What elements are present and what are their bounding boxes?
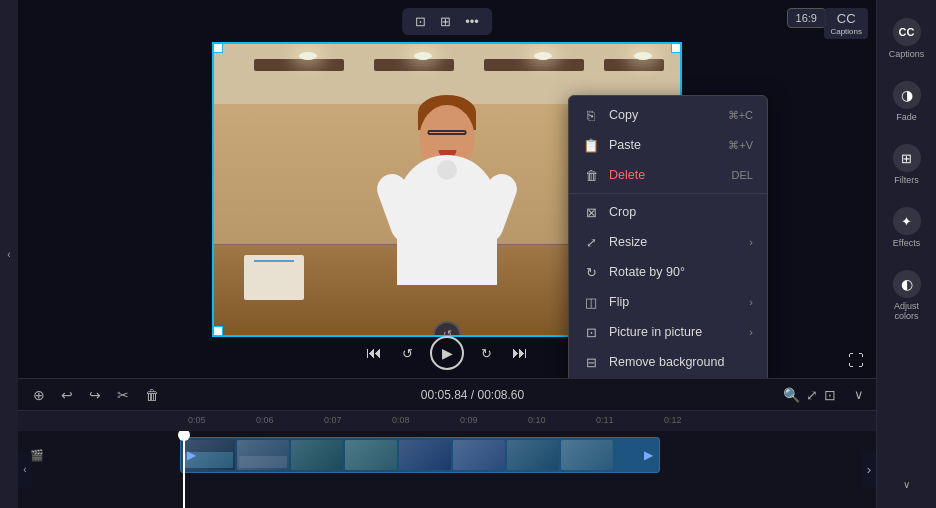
menu-item-paste[interactable]: 📋 Paste ⌘+V xyxy=(569,130,767,160)
flip-arrow: › xyxy=(749,296,753,308)
clip-end-marker: ▶ xyxy=(644,448,653,462)
light-4 xyxy=(634,52,652,60)
timeline-tracks: ‹ › 🎬 xyxy=(18,431,876,508)
crop-icon: ⊠ xyxy=(583,204,599,220)
beam-2 xyxy=(374,59,454,71)
clip-thumb-4 xyxy=(345,440,397,470)
paste-shortcut: ⌘+V xyxy=(728,139,753,152)
clip-thumb-5 xyxy=(399,440,451,470)
delete-icon: 🗑 xyxy=(583,167,599,183)
menu-item-pip[interactable]: ⊡ Picture in picture › xyxy=(569,317,767,347)
right-panel: CC Captions ◑ Fade ⊞ Filters ✦ Effects ◐ xyxy=(876,0,936,508)
playback-controls: ⏮ ↺ ▶ ↻ ⏭ xyxy=(363,336,531,370)
fade-panel-label: Fade xyxy=(896,112,917,122)
panel-item-captions[interactable]: CC Captions xyxy=(881,10,933,67)
beam-4 xyxy=(604,59,664,71)
paste-label: Paste xyxy=(609,138,718,152)
timeline-right-arrow[interactable]: › xyxy=(862,452,876,488)
pen xyxy=(254,260,294,262)
ruler-mark-0:07: 0:07 xyxy=(324,415,342,425)
menu-item-delete[interactable]: 🗑 Delete DEL xyxy=(569,160,767,190)
fit-to-frame-button[interactable]: ⊡ xyxy=(410,12,431,31)
adjust-panel-label: Adjust colors xyxy=(885,301,929,321)
step-forward-button[interactable]: ↻ xyxy=(478,343,495,364)
adjust-panel-icon: ◐ xyxy=(893,270,921,298)
video-preview-area: ⊡ ⊞ ••• 16:9 CC Captions xyxy=(18,0,876,378)
beam-3 xyxy=(484,59,584,71)
more-options-button[interactable]: ••• xyxy=(460,12,484,31)
menu-item-resize[interactable]: ⤢ Resize › xyxy=(569,227,767,257)
copy-icon: ⎘ xyxy=(583,107,599,123)
handle-top-left[interactable] xyxy=(213,43,223,53)
captions-button[interactable]: CC Captions xyxy=(824,8,868,39)
step-back-button[interactable]: ↺ xyxy=(399,343,416,364)
clip-thumb-6 xyxy=(453,440,505,470)
light-2 xyxy=(414,52,432,60)
left-panel-toggle[interactable]: ‹ xyxy=(0,0,18,508)
add-media-button[interactable]: ⊕ xyxy=(30,384,48,406)
handle-top-right[interactable] xyxy=(671,43,681,53)
rotate-icon: ↻ xyxy=(583,264,599,280)
flip-label: Flip xyxy=(609,295,739,309)
panel-item-adjust[interactable]: ◐ Adjust colors xyxy=(881,262,933,329)
panel-item-effects[interactable]: ✦ Effects xyxy=(881,199,933,256)
zoom-controls: 🔍 ⤢ ⊡ xyxy=(783,387,836,403)
delete-label: Delete xyxy=(609,168,722,182)
right-panel-expand[interactable]: ∨ xyxy=(895,471,918,498)
ruler-mark-0:12: 0:12 xyxy=(664,415,682,425)
light-3 xyxy=(534,52,552,60)
menu-item-removebg[interactable]: ⊟ Remove background xyxy=(569,347,767,377)
playhead[interactable] xyxy=(183,431,185,508)
menu-item-copy[interactable]: ⎘ Copy ⌘+C xyxy=(569,100,767,130)
collar xyxy=(437,160,457,180)
copy-shortcut: ⌘+C xyxy=(728,109,753,122)
undo-button[interactable]: ↩ xyxy=(58,384,76,406)
aspect-ratio-button[interactable]: 16:9 xyxy=(787,8,826,28)
menu-item-flip[interactable]: ◫ Flip › xyxy=(569,287,767,317)
fade-panel-icon: ◑ xyxy=(893,81,921,109)
time-display: 00:05.84 / 00:08.60 xyxy=(421,388,524,402)
clip-start-icon: ▶ xyxy=(187,448,196,462)
menu-item-rotate[interactable]: ↻ Rotate by 90° xyxy=(569,257,767,287)
captions-panel-label: Captions xyxy=(889,49,925,59)
filters-panel-icon: ⊞ xyxy=(893,144,921,172)
delete-clip-button[interactable]: 🗑 xyxy=(142,384,162,406)
clip-thumb-3 xyxy=(291,440,343,470)
resize-icon: ⤢ xyxy=(583,234,599,250)
fit-timeline-button[interactable]: ⊡ xyxy=(824,387,836,403)
skip-forward-button[interactable]: ⏭ xyxy=(509,341,531,365)
crop-frame-button[interactable]: ⊞ xyxy=(435,12,456,31)
fullscreen-button[interactable]: ⛶ xyxy=(848,352,864,370)
pip-arrow: › xyxy=(749,326,753,338)
video-toolbar: ⊡ ⊞ ••• xyxy=(402,8,492,35)
crop-label: Crop xyxy=(609,205,753,219)
video-clip[interactable]: ▶ ▶ xyxy=(180,437,660,473)
zoom-out-button[interactable]: 🔍 xyxy=(783,387,800,403)
clip-thumb-7 xyxy=(507,440,559,470)
redo-button[interactable]: ↪ xyxy=(86,384,104,406)
light-1 xyxy=(299,52,317,60)
menu-item-crop[interactable]: ⊠ Crop xyxy=(569,197,767,227)
handle-bottom-left[interactable] xyxy=(213,326,223,336)
skip-back-button[interactable]: ⏮ xyxy=(363,341,385,365)
app-container: ‹ ⊡ ⊞ ••• 16:9 CC Captions xyxy=(0,0,936,508)
filters-panel-label: Filters xyxy=(894,175,919,185)
person-silhouette xyxy=(367,85,527,285)
timeline-left-arrow[interactable]: ‹ xyxy=(18,452,32,488)
cut-button[interactable]: ✂ xyxy=(114,384,132,406)
zoom-in-button[interactable]: ⤢ xyxy=(806,387,818,403)
paste-icon: 📋 xyxy=(583,137,599,153)
pip-label: Picture in picture xyxy=(609,325,739,339)
removebg-label: Remove background xyxy=(609,355,753,369)
beam-1 xyxy=(254,59,344,71)
video-track-content: ▶ ▶ xyxy=(180,437,864,473)
resize-arrow: › xyxy=(749,236,753,248)
timeline-area: ⊕ ↩ ↪ ✂ 🗑 00:05.84 / 00:08.60 🔍 ⤢ ⊡ ∨ 0: xyxy=(18,378,876,508)
panel-item-fade[interactable]: ◑ Fade xyxy=(881,73,933,130)
removebg-icon: ⊟ xyxy=(583,354,599,370)
play-pause-button[interactable]: ▶ xyxy=(430,336,464,370)
resize-label: Resize xyxy=(609,235,739,249)
panel-item-filters[interactable]: ⊞ Filters xyxy=(881,136,933,193)
collapse-timeline-button[interactable]: ∨ xyxy=(854,387,864,402)
captions-icon: CC xyxy=(837,11,856,26)
